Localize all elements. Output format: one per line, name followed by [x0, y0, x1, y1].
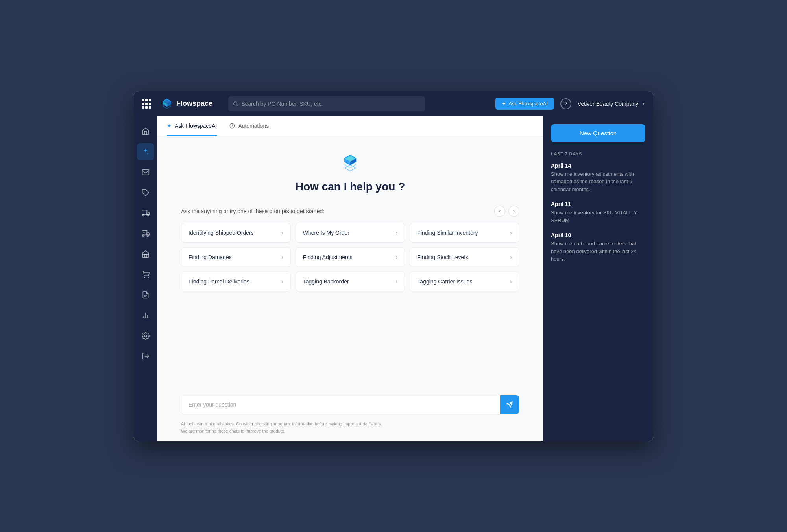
- chevron-right-icon: ›: [396, 230, 398, 236]
- sidebar-item-warehouse[interactable]: [137, 245, 154, 263]
- history-text: Show me inventory adjustments with damag…: [551, 170, 645, 193]
- sidebar-item-cart[interactable]: [137, 266, 154, 283]
- svg-point-22: [145, 335, 147, 337]
- svg-rect-12: [145, 254, 147, 257]
- center-content: ✦ Ask FlowspaceAI Automations: [157, 116, 543, 441]
- sidebar-item-logout[interactable]: [137, 348, 154, 365]
- history-item-april11[interactable]: April 11 Show me inventory for SKU VITAL…: [551, 201, 645, 224]
- prompt-identifying-shipped-orders[interactable]: Identifying Shipped Orders ›: [181, 223, 291, 243]
- svg-point-10: [147, 235, 148, 236]
- user-area[interactable]: Vetiver Beauty Company ▼: [578, 101, 645, 107]
- tab-ask-flowspace-ai[interactable]: ✦ Ask FlowspaceAI: [167, 116, 217, 136]
- history-date: April 10: [551, 232, 645, 238]
- sidebar-item-tag[interactable]: [137, 184, 154, 201]
- ask-flowspace-ai-button[interactable]: ✦ Ask FlowspaceAI: [495, 98, 554, 110]
- automations-icon: [229, 123, 235, 129]
- sidebar-item-truck[interactable]: [137, 204, 154, 222]
- sidebar-item-mail[interactable]: [137, 164, 154, 181]
- new-question-button[interactable]: New Question: [551, 124, 645, 142]
- svg-rect-1: [142, 169, 149, 175]
- chevron-right-icon: ›: [281, 230, 283, 236]
- prompt-tagging-carrier-issues[interactable]: Tagging Carrier Issues ›: [410, 272, 519, 291]
- hero-title: How can I help you ?: [296, 180, 405, 193]
- prompt-finding-damages[interactable]: Finding Damages ›: [181, 247, 291, 267]
- chevron-down-icon: ▼: [641, 101, 645, 106]
- prompts-label: Ask me anything or try one of these prom…: [181, 208, 324, 214]
- main-area: How can I help you ? Ask me anything or …: [157, 136, 543, 387]
- svg-point-9: [143, 235, 144, 236]
- chevron-right-icon: ›: [396, 254, 398, 260]
- search-input[interactable]: [241, 101, 420, 107]
- next-arrow[interactable]: ›: [508, 206, 519, 217]
- help-icon[interactable]: ?: [560, 98, 571, 109]
- sidebar-item-home[interactable]: [137, 123, 154, 140]
- spark-icon: ✦: [502, 101, 506, 107]
- history-text: Show me inventory for SKU VITALITY-SERUM: [551, 209, 645, 224]
- history-label: LAST 7 DAYS: [551, 151, 645, 156]
- history-date: April 11: [551, 201, 645, 207]
- left-sidebar: [134, 116, 157, 441]
- top-nav: Flowspace ✦ Ask FlowspaceAI ? Vetiver Be…: [134, 91, 653, 116]
- grid-menu-icon[interactable]: [142, 99, 151, 109]
- send-icon: [506, 401, 513, 408]
- history-text: Show me outbound parcel orders that have…: [551, 240, 645, 263]
- disclaimer: AI tools can make mistakes. Consider che…: [157, 418, 543, 441]
- prompt-finding-parcel-deliveries[interactable]: Finding Parcel Deliveries ›: [181, 272, 291, 291]
- history-item-april10[interactable]: April 10 Show me outbound parcel orders …: [551, 232, 645, 263]
- svg-point-5: [143, 214, 144, 216]
- chevron-right-icon: ›: [396, 278, 398, 285]
- ai-hero: How can I help you ?: [181, 152, 519, 193]
- nav-right: ✦ Ask FlowspaceAI ? Vetiver Beauty Compa…: [495, 98, 645, 110]
- prev-arrow[interactable]: ‹: [494, 206, 505, 217]
- search-icon: [233, 101, 238, 107]
- history-date: April 14: [551, 162, 645, 169]
- svg-marker-4: [147, 212, 149, 214]
- input-area: [157, 387, 543, 418]
- flowspace-logo-icon: [161, 98, 173, 110]
- svg-rect-7: [142, 230, 147, 235]
- main-layout: ✦ Ask FlowspaceAI Automations: [134, 116, 653, 441]
- prompt-tagging-backorder[interactable]: Tagging Backorder ›: [296, 272, 405, 291]
- question-input-wrap: [181, 395, 519, 414]
- chevron-right-icon: ›: [510, 278, 512, 285]
- user-name: Vetiver Beauty Company: [578, 101, 638, 107]
- sidebar-item-document[interactable]: [137, 286, 154, 304]
- spark-tab-icon: ✦: [167, 123, 172, 129]
- search-bar[interactable]: [228, 96, 425, 111]
- ai-hero-logo: [339, 152, 361, 174]
- right-sidebar: New Question LAST 7 DAYS April 14 Show m…: [543, 116, 653, 441]
- question-input[interactable]: [181, 396, 500, 413]
- history-item-april14[interactable]: April 14 Show me inventory adjustments w…: [551, 162, 645, 193]
- svg-point-6: [147, 214, 148, 216]
- svg-point-0: [234, 101, 237, 105]
- svg-point-14: [144, 277, 145, 278]
- chevron-right-icon: ›: [510, 254, 512, 260]
- chevron-right-icon: ›: [510, 230, 512, 236]
- svg-marker-8: [147, 232, 149, 235]
- tabs-bar: ✦ Ask FlowspaceAI Automations: [157, 116, 543, 136]
- prompt-where-is-my-order[interactable]: Where Is My Order ›: [296, 223, 405, 243]
- sidebar-item-delivery[interactable]: [137, 225, 154, 242]
- sidebar-item-settings[interactable]: [137, 327, 154, 344]
- logo-text: Flowspace: [176, 99, 212, 108]
- svg-point-15: [148, 277, 149, 278]
- prompts-section: Ask me anything or try one of these prom…: [181, 206, 519, 387]
- chevron-right-icon: ›: [281, 278, 283, 285]
- logo-area: Flowspace: [161, 98, 212, 110]
- prompt-finding-similar-inventory[interactable]: Finding Similar Inventory ›: [410, 223, 519, 243]
- sidebar-item-chart[interactable]: [137, 307, 154, 324]
- tab-automations[interactable]: Automations: [229, 116, 269, 136]
- prompt-finding-stock-levels[interactable]: Finding Stock Levels ›: [410, 247, 519, 267]
- prompts-grid: Identifying Shipped Orders › Where Is My…: [181, 223, 519, 291]
- sidebar-item-ai[interactable]: [137, 143, 154, 160]
- nav-arrows: ‹ ›: [494, 206, 519, 217]
- prompt-finding-adjustments[interactable]: Finding Adjustments ›: [296, 247, 405, 267]
- prompts-header: Ask me anything or try one of these prom…: [181, 206, 519, 217]
- svg-rect-3: [142, 210, 147, 214]
- app-window: Flowspace ✦ Ask FlowspaceAI ? Vetiver Be…: [134, 91, 653, 441]
- chevron-right-icon: ›: [281, 254, 283, 260]
- send-button[interactable]: [500, 395, 519, 414]
